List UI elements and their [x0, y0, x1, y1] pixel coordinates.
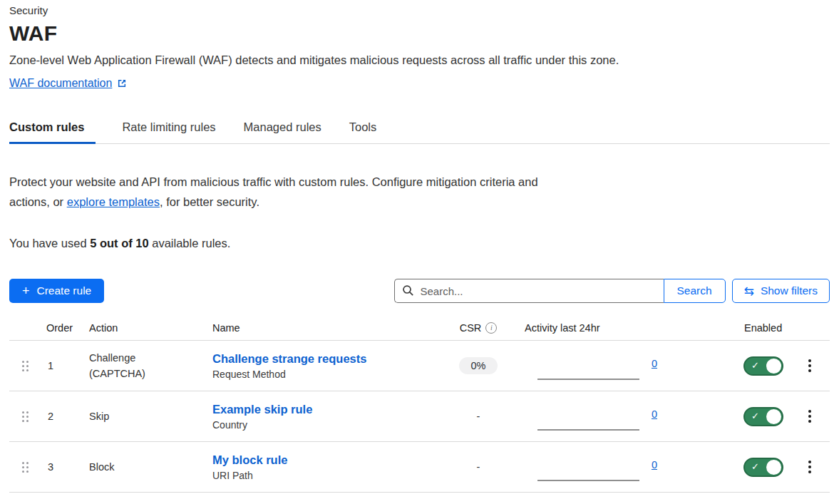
toggle-knob	[766, 460, 781, 475]
tab-managed-rules[interactable]: Managed rules	[244, 116, 323, 143]
drag-handle[interactable]	[9, 360, 41, 372]
enabled-toggle[interactable]: ✓	[743, 458, 783, 477]
plus-icon: +	[22, 284, 30, 297]
activity-count-link[interactable]: 0	[652, 459, 657, 470]
drag-handle[interactable]	[9, 411, 41, 423]
check-icon: ✓	[751, 411, 759, 421]
search-button[interactable]: Search	[664, 279, 726, 303]
usage-text: You have used 5 out of 10 available rule…	[9, 237, 830, 250]
rule-field: Request Method	[212, 369, 443, 380]
rule-order: 3	[41, 461, 82, 473]
toggle-knob	[766, 409, 781, 424]
activity-count-link[interactable]: 0	[652, 408, 657, 420]
kebab-cell	[801, 407, 830, 426]
table-row: 3 Block My block rule URI Path - 0 ✓	[9, 442, 830, 493]
header-name: Name	[204, 322, 443, 334]
header-enabled: Enabled	[667, 322, 801, 334]
show-filters-button[interactable]: ⇆ Show filters	[732, 279, 830, 303]
explore-templates-link[interactable]: explore templates	[67, 195, 160, 208]
intro-after: , for better security.	[160, 195, 259, 208]
rule-name-link[interactable]: My block rule	[212, 453, 287, 467]
enabled-cell: ✓	[667, 407, 801, 426]
activity-count-link[interactable]: 0	[652, 358, 657, 369]
rule-order: 2	[41, 411, 82, 422]
csr-value: -	[477, 461, 480, 473]
header-activity: Activity last 24hr	[514, 322, 667, 334]
header-action: Action	[82, 322, 204, 334]
intro-text: Protect your website and API from malici…	[9, 172, 542, 212]
enabled-cell: ✓	[667, 458, 801, 477]
csr-value: -	[477, 411, 480, 422]
rule-name-cell: Example skip rule Country	[204, 403, 443, 431]
check-icon: ✓	[751, 461, 759, 472]
rule-action: Challenge (CAPTCHA)	[82, 350, 204, 382]
table-row: 1 Challenge (CAPTCHA) Challenge strange …	[9, 341, 830, 391]
page-description: Zone-level Web Application Firewall (WAF…	[9, 53, 830, 67]
table-row: 2 Skip Example skip rule Country - 0 ✓	[9, 391, 830, 442]
create-rule-label: Create rule	[37, 284, 92, 297]
page-title: WAF	[9, 21, 830, 46]
rule-order: 1	[41, 360, 82, 371]
tab-custom-rules[interactable]: Custom rules	[9, 116, 96, 143]
swap-arrows-icon: ⇆	[744, 285, 754, 297]
show-filters-label: Show filters	[761, 284, 818, 297]
info-icon[interactable]: i	[485, 322, 497, 334]
enabled-cell: ✓	[667, 356, 801, 376]
breadcrumb: Security	[9, 4, 830, 16]
external-link-icon	[117, 78, 127, 88]
csr-cell: -	[443, 411, 514, 422]
rule-name-cell: Challenge strange requests Request Metho…	[204, 352, 443, 380]
drag-handle[interactable]	[9, 461, 41, 473]
toggle-knob	[766, 359, 781, 374]
search-group: Search ⇆ Show filters	[394, 279, 830, 303]
csr-cell: 0%	[443, 357, 514, 374]
activity-sparkline	[537, 379, 639, 380]
search-input[interactable]	[394, 279, 664, 303]
tab-tools[interactable]: Tools	[349, 116, 379, 143]
activity-sparkline	[537, 480, 639, 481]
tab-rate-limiting-rules[interactable]: Rate limiting rules	[122, 116, 217, 143]
waf-documentation-link[interactable]: WAF documentation	[9, 77, 112, 90]
activity-cell: 0	[514, 442, 667, 492]
kebab-menu-icon[interactable]	[805, 356, 814, 375]
table-header-row: Order Action Name CSR i Activity last 24…	[9, 315, 830, 341]
usage-suffix: available rules.	[149, 237, 231, 250]
rule-action: Skip	[82, 408, 204, 424]
tab-bar: Custom rules Rate limiting rules Managed…	[9, 116, 830, 144]
activity-sparkline	[537, 429, 639, 431]
rules-table: Order Action Name CSR i Activity last 24…	[9, 315, 830, 493]
kebab-cell	[801, 458, 830, 476]
create-rule-button[interactable]: + Create rule	[9, 279, 104, 303]
enabled-toggle[interactable]: ✓	[743, 356, 783, 376]
waf-page: Security WAF Zone-level Web Application …	[0, 0, 839, 504]
usage-prefix: You have used	[9, 237, 90, 250]
rule-name-link[interactable]: Challenge strange requests	[212, 352, 366, 366]
rule-name-link[interactable]: Example skip rule	[212, 403, 312, 416]
enabled-toggle[interactable]: ✓	[743, 407, 783, 426]
header-order: Order	[41, 322, 82, 334]
rule-field: Country	[212, 419, 443, 431]
csr-cell: -	[443, 461, 514, 473]
rule-action: Block	[82, 459, 204, 475]
rule-name-cell: My block rule URI Path	[204, 453, 443, 481]
check-icon: ✓	[751, 360, 759, 371]
header-csr-label: CSR	[460, 322, 482, 334]
search-box	[394, 279, 664, 303]
toolbar: + Create rule Search ⇆ Show filters	[9, 279, 830, 303]
usage-count: 5 out of 10	[90, 237, 149, 250]
doc-link-row: WAF documentation	[9, 77, 127, 90]
activity-cell: 0	[514, 341, 667, 391]
rule-field: URI Path	[212, 470, 443, 481]
activity-cell: 0	[514, 391, 667, 441]
header-csr: CSR i	[443, 322, 514, 334]
kebab-menu-icon[interactable]	[805, 458, 814, 476]
kebab-menu-icon[interactable]	[805, 407, 814, 426]
csr-badge: 0%	[459, 357, 498, 374]
kebab-cell	[801, 356, 830, 375]
